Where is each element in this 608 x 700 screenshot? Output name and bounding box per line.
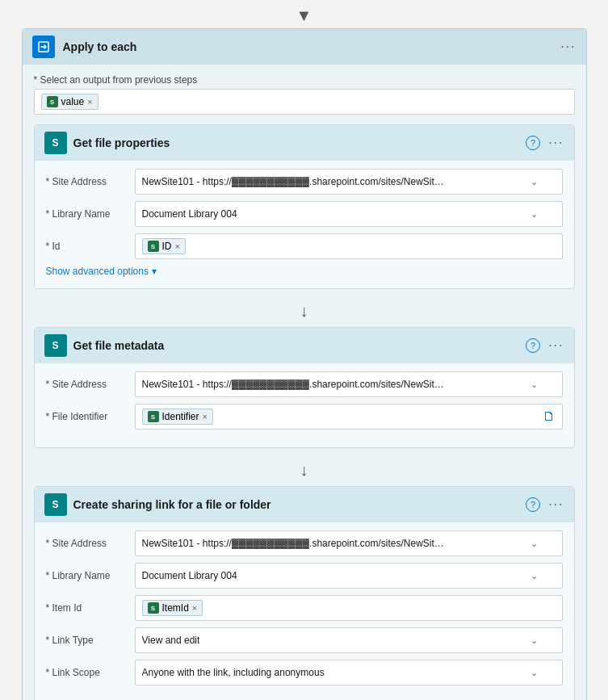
get-file-properties-help-button[interactable]: ? <box>526 136 540 150</box>
get-fm-site-address-chevron: ⌄ <box>530 379 538 390</box>
apply-loop-icon <box>32 36 55 58</box>
get-fp-site-address-label: * Site Address <box>46 176 127 187</box>
csl-item-id-tag-close[interactable]: × <box>192 603 197 613</box>
create-sharing-link-card: S Create sharing link for a file or fold… <box>34 486 575 700</box>
get-fp-site-address-field[interactable]: NewSite101 - https://▓▓▓▓▓▓▓▓▓▓▓.sharepo… <box>135 169 563 195</box>
csl-item-id-tag-text: ItemId <box>162 602 189 614</box>
arrow-line-2: ↓ <box>300 461 308 480</box>
csl-site-address-row: * Site Address NewSite101 - https://▓▓▓▓… <box>46 530 563 556</box>
get-fp-id-tag-input[interactable]: S ID × <box>135 233 563 259</box>
get-fp-id-tag: S ID × <box>142 238 186 254</box>
get-fp-id-tag-text: ID <box>162 241 172 252</box>
csl-library-name-dropdown[interactable]: Document Library 004 ⌄ <box>135 563 563 589</box>
csl-link-type-row: * Link Type View and edit ⌄ <box>46 627 563 653</box>
get-fm-identifier-tag-close[interactable]: × <box>203 412 208 421</box>
csl-link-type-field[interactable]: View and edit ⌄ <box>135 627 563 653</box>
get-fm-site-address-field[interactable]: NewSite101 - https://▓▓▓▓▓▓▓▓▓▓▓.sharepo… <box>135 371 563 397</box>
get-fm-file-identifier-label: * File Identifier <box>46 411 127 422</box>
csl-library-name-field[interactable]: Document Library 004 ⌄ <box>135 563 563 589</box>
get-file-metadata-help-button[interactable]: ? <box>526 338 540 353</box>
csl-link-scope-row: * Link Scope Anyone with the link, inclu… <box>46 660 563 685</box>
csl-item-id-tag-icon: S <box>148 602 159 614</box>
value-tag-close[interactable]: × <box>87 97 92 107</box>
get-fp-id-field[interactable]: S ID × <box>135 233 563 259</box>
csl-link-type-value: View and edit <box>142 635 200 646</box>
get-file-properties-body: * Site Address NewSite101 - https://▓▓▓▓… <box>35 161 574 288</box>
create-sharing-link-help-button[interactable]: ? <box>526 497 540 512</box>
csl-link-scope-value: Anyone with the link, including anonymou… <box>142 667 325 678</box>
csl-site-address-value: NewSite101 - https://▓▓▓▓▓▓▓▓▓▓▓.sharepo… <box>142 538 449 549</box>
csl-link-scope-field[interactable]: Anyone with the link, including anonymou… <box>135 660 563 685</box>
get-file-properties-card: S Get file properties ? ··· * Site Addre… <box>34 124 575 289</box>
get-fm-identifier-tag-text: Identifier <box>162 411 199 422</box>
top-arrow-icon: ▼ <box>296 6 312 25</box>
get-file-metadata-card: S Get file metadata ? ··· * Site Address <box>34 327 575 448</box>
create-sharing-link-sp-icon: S <box>44 493 67 516</box>
get-fp-library-name-chevron: ⌄ <box>530 209 538 220</box>
connector-1: ↓ <box>34 296 575 327</box>
get-file-metadata-sp-icon: S <box>44 334 67 357</box>
get-fp-id-tag-icon: S <box>148 241 159 252</box>
get-fp-library-name-field[interactable]: Document Library 004 ⌄ <box>135 201 563 227</box>
csl-library-name-row: * Library Name Document Library 004 ⌄ <box>46 563 563 589</box>
get-fp-site-address-row: * Site Address NewSite101 - https://▓▓▓▓… <box>46 169 563 195</box>
get-fm-file-identifier-tag-input[interactable]: S Identifier × 🗋 <box>135 404 563 430</box>
get-fm-file-identifier-field[interactable]: S Identifier × 🗋 <box>135 404 563 430</box>
create-sharing-link-more-button[interactable]: ··· <box>548 497 564 512</box>
csl-library-name-value: Document Library 004 <box>142 570 237 581</box>
csl-item-id-row: * Item Id S ItemId × <box>46 595 563 621</box>
select-output-label: * Select an output from previous steps <box>34 74 575 86</box>
down-arrow-2: ↓ <box>300 461 308 480</box>
get-file-metadata-header: S Get file metadata ? ··· <box>35 328 574 363</box>
csl-link-scope-dropdown[interactable]: Anyone with the link, including anonymou… <box>135 660 563 685</box>
get-file-properties-header: S Get file properties ? ··· <box>35 125 574 161</box>
down-arrow-1: ↓ <box>300 302 308 321</box>
csl-site-address-dropdown[interactable]: NewSite101 - https://▓▓▓▓▓▓▓▓▓▓▓.sharepo… <box>135 530 563 556</box>
value-tag-text: value <box>61 96 85 107</box>
create-sharing-link-header-left: S Create sharing link for a file or fold… <box>44 493 271 516</box>
csl-library-name-chevron: ⌄ <box>530 571 538 581</box>
select-output-input[interactable]: S value × <box>34 89 575 115</box>
get-file-metadata-more-button[interactable]: ··· <box>548 338 564 353</box>
show-advanced-chevron: ▾ <box>152 266 157 277</box>
get-fm-site-address-value: NewSite101 - https://▓▓▓▓▓▓▓▓▓▓▓.sharepo… <box>142 379 449 390</box>
apply-to-each-title: Apply to each <box>63 40 137 53</box>
csl-item-id-field[interactable]: S ItemId × <box>135 595 563 621</box>
csl-link-type-dropdown[interactable]: View and edit ⌄ <box>135 627 563 653</box>
get-fp-site-address-dropdown[interactable]: NewSite101 - https://▓▓▓▓▓▓▓▓▓▓▓.sharepo… <box>135 169 563 195</box>
create-sharing-link-body: * Site Address NewSite101 - https://▓▓▓▓… <box>35 522 574 700</box>
select-output-section: * Select an output from previous steps S… <box>34 74 575 115</box>
get-file-metadata-title: Get file metadata <box>73 339 165 352</box>
get-fm-identifier-tag-icon: S <box>148 411 159 422</box>
get-fp-library-name-value: Document Library 004 <box>142 208 237 220</box>
csl-item-id-tag-input[interactable]: S ItemId × <box>135 595 563 621</box>
csl-item-id-tag: S ItemId × <box>142 600 203 616</box>
get-fp-library-name-label: * Library Name <box>46 208 127 220</box>
value-tag: S value × <box>41 94 99 110</box>
create-sharing-link-header: S Create sharing link for a file or fold… <box>35 487 574 522</box>
get-fm-file-identifier-row: * File Identifier S Identifier × <box>46 404 563 430</box>
csl-site-address-field[interactable]: NewSite101 - https://▓▓▓▓▓▓▓▓▓▓▓.sharepo… <box>135 530 563 556</box>
get-file-properties-sp-icon: S <box>44 132 67 154</box>
connector-2: ↓ <box>34 455 575 486</box>
show-advanced-options-button[interactable]: Show advanced options ▾ <box>46 266 563 277</box>
get-file-properties-title: Get file properties <box>73 136 170 149</box>
get-file-properties-header-left: S Get file properties <box>44 132 170 154</box>
get-file-properties-more-button[interactable]: ··· <box>548 136 564 150</box>
get-fp-site-address-chevron: ⌄ <box>530 177 538 187</box>
create-sharing-link-title: Create sharing link for a file or folder <box>73 498 271 511</box>
arrow-line-1: ↓ <box>300 302 308 321</box>
get-fm-site-address-dropdown[interactable]: NewSite101 - https://▓▓▓▓▓▓▓▓▓▓▓.sharepo… <box>135 371 563 397</box>
get-fm-file-picker-icon[interactable]: 🗋 <box>543 409 556 424</box>
apply-more-options-button[interactable]: ··· <box>560 40 576 54</box>
apply-header-actions: ··· <box>560 40 576 54</box>
get-fp-id-tag-close[interactable]: × <box>175 241 180 251</box>
get-fp-library-name-dropdown[interactable]: Document Library 004 ⌄ <box>135 201 563 227</box>
apply-to-each-body: * Select an output from previous steps S… <box>23 65 586 700</box>
apply-header-left: Apply to each <box>32 36 137 58</box>
get-fp-id-label: * Id <box>46 241 127 252</box>
apply-to-each-header: Apply to each ··· <box>23 29 586 65</box>
get-fp-id-row: * Id S ID × <box>46 233 563 259</box>
get-file-properties-actions: ? ··· <box>526 136 564 150</box>
top-connector: ▼ <box>296 0 312 28</box>
